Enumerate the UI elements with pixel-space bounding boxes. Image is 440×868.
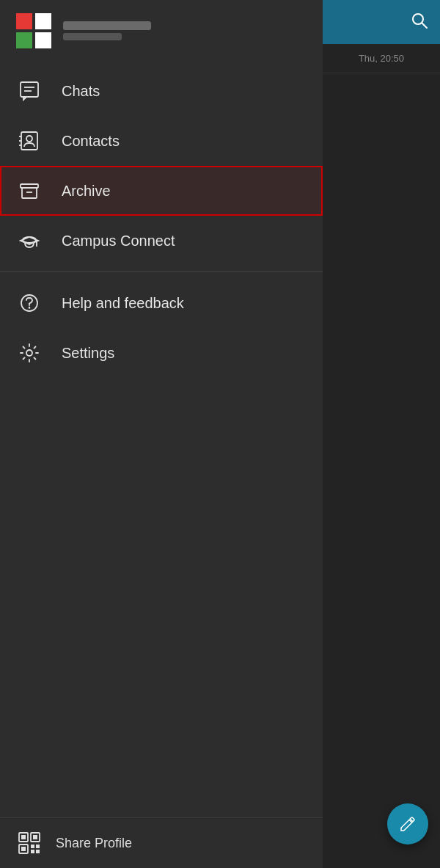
svg-line-33 xyxy=(422,23,428,29)
screen: Chats Contacts xyxy=(0,0,440,868)
svg-rect-3 xyxy=(35,32,51,48)
header-name-placeholder xyxy=(63,21,151,30)
sidebar-item-contacts[interactable]: Contacts xyxy=(0,116,323,166)
right-panel: Thu, 20:50 xyxy=(323,0,440,868)
sidebar-drawer: Chats Contacts xyxy=(0,0,323,868)
svg-rect-2 xyxy=(16,32,32,48)
sidebar-item-chats-label: Chats xyxy=(62,83,100,100)
svg-rect-28 xyxy=(31,845,34,848)
sidebar-item-contacts-label: Contacts xyxy=(62,133,120,150)
sidebar-item-chats[interactable]: Chats xyxy=(0,66,323,116)
header-user-info xyxy=(63,21,151,40)
svg-rect-8 xyxy=(21,132,37,150)
campus-icon xyxy=(18,229,41,252)
sidebar-item-campus-connect-label: Campus Connect xyxy=(62,233,175,249)
svg-point-21 xyxy=(26,350,32,356)
contacts-icon xyxy=(18,129,41,153)
svg-rect-31 xyxy=(36,850,40,853)
sidebar-item-archive-label: Archive xyxy=(62,183,111,200)
share-profile-label: Share Profile xyxy=(56,836,132,851)
help-icon xyxy=(18,291,41,315)
share-profile-section[interactable]: Share Profile xyxy=(0,817,323,868)
settings-icon xyxy=(18,341,41,365)
svg-rect-5 xyxy=(21,82,38,97)
svg-rect-27 xyxy=(21,847,26,851)
archive-icon xyxy=(18,179,41,203)
compose-fab[interactable] xyxy=(387,803,428,845)
sidebar-header xyxy=(0,0,323,59)
svg-rect-14 xyxy=(22,188,37,198)
sidebar-item-help-label: Help and feedback xyxy=(62,295,184,312)
svg-rect-0 xyxy=(16,13,32,29)
sidebar-item-help[interactable]: Help and feedback xyxy=(0,278,323,328)
sidebar-item-campus-connect[interactable]: Campus Connect xyxy=(0,216,323,266)
svg-rect-30 xyxy=(31,850,34,853)
nav-divider xyxy=(0,271,323,272)
svg-rect-29 xyxy=(36,845,40,848)
app-logo-icon xyxy=(15,12,53,50)
svg-rect-25 xyxy=(33,835,37,839)
qr-code-icon xyxy=(18,831,41,855)
sidebar-item-settings[interactable]: Settings xyxy=(0,328,323,378)
header-sub-placeholder xyxy=(63,33,122,40)
sidebar-item-archive[interactable]: Archive xyxy=(0,166,323,216)
timestamp-text: Thu, 20:50 xyxy=(359,53,404,64)
right-header xyxy=(323,0,440,44)
timestamp-bar: Thu, 20:50 xyxy=(323,44,440,73)
chat-icon xyxy=(18,79,41,103)
svg-rect-23 xyxy=(21,835,26,839)
nav-list: Chats Contacts xyxy=(0,59,323,817)
chat-divider xyxy=(323,73,440,73)
svg-point-9 xyxy=(26,136,32,142)
svg-rect-1 xyxy=(35,13,51,29)
sidebar-item-settings-label: Settings xyxy=(62,345,114,362)
compose-icon xyxy=(399,815,417,833)
search-icon[interactable] xyxy=(411,12,428,32)
